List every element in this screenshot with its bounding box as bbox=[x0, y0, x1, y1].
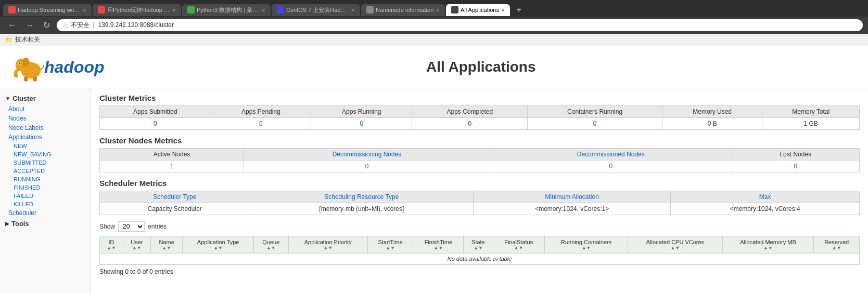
hadoop-text: hadoop bbox=[44, 58, 105, 77]
cluster-metrics-td-5: 0 B bbox=[662, 118, 762, 130]
sidebar-nodelabels-link[interactable]: Node Labels bbox=[0, 123, 91, 132]
hadoop-logo-svg bbox=[10, 51, 47, 83]
nodes-td-2: 0 bbox=[490, 161, 732, 172]
apps-th-name[interactable]: Name ▲▼ bbox=[150, 236, 183, 254]
sidebar-failed-link[interactable]: FAILED bbox=[0, 192, 91, 200]
sort-icon-memory-mb: ▲▼ bbox=[726, 245, 811, 250]
apps-th-state[interactable]: State ▲▼ bbox=[464, 236, 493, 254]
sidebar-newsaving-link[interactable]: NEW_SAVING bbox=[0, 150, 91, 158]
tab-close-6[interactable]: × bbox=[501, 6, 505, 14]
svg-point-4 bbox=[22, 58, 30, 67]
showing-info: Showing 0 to 0 of 0 entries bbox=[99, 264, 860, 278]
sort-icon-user: ▲▼ bbox=[126, 245, 147, 250]
svg-rect-6 bbox=[33, 77, 37, 82]
sidebar-submitted-link[interactable]: SUBMITTED bbox=[0, 158, 91, 167]
sched-th-3: Max bbox=[671, 191, 860, 203]
tab-1[interactable]: Hadoop Streaming with Pyth... × bbox=[3, 4, 92, 16]
tab-favicon-2 bbox=[98, 6, 105, 14]
sidebar-scheduler-link[interactable]: Scheduler bbox=[0, 208, 91, 218]
sidebar-running-link[interactable]: RUNNING bbox=[0, 175, 91, 183]
sidebar-accepted-link[interactable]: ACCEPTED bbox=[0, 167, 91, 175]
scheduler-metrics-table: Scheduler Type Scheduling Resource Type … bbox=[99, 191, 860, 215]
refresh-button[interactable]: ↻ bbox=[41, 19, 53, 31]
nodes-td-1: 0 bbox=[244, 161, 490, 172]
page-title: All Applications bbox=[105, 59, 858, 75]
nodes-td-0: 1 bbox=[100, 161, 244, 172]
tab-close-1[interactable]: × bbox=[82, 6, 86, 14]
tab-4[interactable]: CentOS 7 上安装Hadoop V2.8... × bbox=[272, 4, 360, 16]
forward-button[interactable]: → bbox=[23, 20, 36, 31]
bookmarks-bar: 📁 技术相关 bbox=[0, 34, 868, 46]
apps-th-user[interactable]: User ▲▼ bbox=[123, 236, 150, 254]
sidebar-nodes-link[interactable]: Nodes bbox=[0, 114, 91, 123]
nodes-th-0: Active Nodes bbox=[100, 149, 244, 161]
tab-3[interactable]: Python3 数据结构 | 菜鸟教程 × bbox=[182, 4, 271, 16]
tab-favicon-1 bbox=[8, 6, 16, 14]
apps-th-apptype[interactable]: Application Type ▲▼ bbox=[183, 236, 253, 254]
cluster-metrics-td-0: 0 bbox=[100, 118, 211, 130]
cluster-metrics-th-6: Memory Total bbox=[762, 106, 860, 118]
nodes-th-1: Decommissioning Nodes bbox=[244, 149, 490, 161]
sched-td-2: <memory:1024, vCores:1> bbox=[474, 203, 671, 215]
tab-favicon-4 bbox=[277, 6, 284, 14]
url-box[interactable]: ⚠ 不安全 | 139.9.242.120:8088/cluster bbox=[57, 19, 863, 31]
new-tab-button[interactable]: + bbox=[511, 3, 526, 17]
apps-th-running-containers[interactable]: Running Containers ▲▼ bbox=[544, 236, 628, 254]
sort-icon-starttime: ▲▼ bbox=[371, 245, 410, 250]
cluster-arrow-icon: ▼ bbox=[5, 96, 10, 101]
browser-chrome: Hadoop Streaming with Pyth... × 用Python玩… bbox=[0, 0, 868, 46]
sort-icon-finishtime: ▲▼ bbox=[416, 245, 460, 250]
sched-th-2: Minimum Allocation bbox=[474, 191, 671, 203]
sidebar-finished-link[interactable]: FINISHED bbox=[0, 183, 91, 192]
tab-label-1: Hadoop Streaming with Pyth... bbox=[18, 7, 80, 13]
sidebar-new-link[interactable]: NEW bbox=[0, 142, 91, 150]
sidebar: ▼ Cluster About Nodes Node Labels Applic… bbox=[0, 88, 91, 293]
sidebar-cluster-header[interactable]: ▼ Cluster bbox=[0, 92, 91, 104]
nodes-th-3: Lost Nodes bbox=[732, 149, 859, 161]
apps-th-cpu-vcores[interactable]: Allocated CPU VCores ▲▼ bbox=[628, 236, 722, 254]
sidebar-about-link[interactable]: About bbox=[0, 104, 91, 114]
sort-icon-apptype: ▲▼ bbox=[186, 245, 250, 250]
sort-icon-name: ▲▼ bbox=[154, 245, 180, 250]
tab-close-2[interactable]: × bbox=[172, 6, 176, 14]
cluster-nodes-title: Cluster Nodes Metrics bbox=[99, 136, 860, 145]
cluster-nodes-table: Active Nodes Decommissioning Nodes Decom… bbox=[99, 148, 860, 172]
apps-th-reserved[interactable]: Reserved ▲▼ bbox=[814, 236, 860, 254]
page: hadoop All Applications ▼ Cluster About … bbox=[0, 46, 868, 293]
sort-icon-priority: ▲▼ bbox=[292, 245, 364, 250]
tab-5[interactable]: Namenode information × bbox=[361, 4, 445, 16]
apps-th-id[interactable]: ID ▲▼ bbox=[100, 236, 123, 254]
cluster-metrics-th-1: Apps Pending bbox=[211, 106, 311, 118]
tab-close-5[interactable]: × bbox=[436, 6, 440, 14]
back-button[interactable]: ← bbox=[5, 20, 19, 31]
tab-2[interactable]: 用Python玩转Hadoop - 简书 × bbox=[93, 4, 181, 16]
apps-th-starttime[interactable]: StartTime ▲▼ bbox=[367, 236, 413, 254]
no-data-cell: No data available in table bbox=[100, 254, 860, 264]
apps-th-queue[interactable]: Queue ▲▼ bbox=[253, 236, 288, 254]
scheduler-metrics-title: Scheduler Metrics bbox=[99, 179, 860, 188]
tab-6[interactable]: All Applications × bbox=[446, 4, 510, 16]
tab-close-4[interactable]: × bbox=[351, 6, 355, 14]
cluster-metrics-th-3: Apps Completed bbox=[412, 106, 528, 118]
apps-th-priority[interactable]: Application Priority ▲▼ bbox=[288, 236, 367, 254]
tab-close-3[interactable]: × bbox=[261, 6, 265, 14]
apps-th-finalstatus[interactable]: FinalStatus ▲▼ bbox=[493, 236, 544, 254]
sched-th-0: Scheduler Type bbox=[100, 191, 250, 203]
sched-th-1: Scheduling Resource Type bbox=[250, 191, 473, 203]
main-content: Cluster Metrics Apps Submitted Apps Pend… bbox=[91, 88, 868, 293]
sidebar-applications-link[interactable]: Applications bbox=[0, 132, 91, 142]
cluster-metrics-td-4: 0 bbox=[528, 118, 662, 130]
apps-th-memory-mb[interactable]: Allocated Memory MB ▲▼ bbox=[722, 236, 814, 254]
sort-icon-state: ▲▼ bbox=[467, 245, 489, 250]
logo-area: hadoop bbox=[10, 51, 105, 83]
bookmark-1[interactable]: 📁 技术相关 bbox=[5, 35, 40, 44]
svg-rect-5 bbox=[24, 77, 28, 82]
svg-point-3 bbox=[19, 62, 20, 64]
cluster-metrics-th-5: Memory Used bbox=[662, 106, 762, 118]
entries-select[interactable]: 10 20 25 50 100 bbox=[118, 221, 145, 232]
sidebar-tools-header[interactable]: ▶ Tools bbox=[0, 218, 91, 230]
bookmark-folder-icon: 📁 bbox=[5, 36, 13, 44]
sidebar-killed-link[interactable]: KILLED bbox=[0, 200, 91, 208]
page-header: hadoop All Applications bbox=[0, 46, 868, 88]
apps-th-finishtime[interactable]: FinishTime ▲▼ bbox=[413, 236, 464, 254]
